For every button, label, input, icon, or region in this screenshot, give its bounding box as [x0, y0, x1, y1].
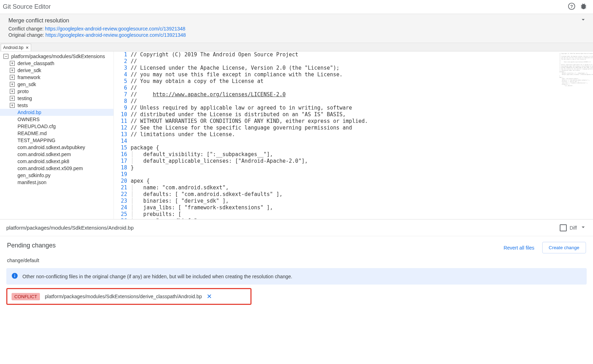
merge-conflict-heading: Merge conflict resolution [8, 18, 585, 24]
tree-folder[interactable]: +proto [0, 88, 113, 95]
code-area[interactable]: // Copyright (C) 2019 The Android Open S… [131, 51, 558, 219]
plus-icon: + [10, 82, 15, 87]
create-change-button[interactable]: Create change [542, 242, 586, 253]
page-title: Git Source Editor [3, 3, 51, 10]
pathbar: platform/packages/modules/SdkExtensions/… [0, 219, 593, 236]
help-icon[interactable]: ? [568, 2, 575, 11]
original-change-label: Original change: [8, 32, 46, 38]
pending-heading: Pending changes [7, 242, 56, 249]
tree-folder[interactable]: +derive_classpath [0, 60, 113, 67]
minimap[interactable]: // Copyright (C) 2019 The Android Open S… [558, 51, 593, 219]
tree-file[interactable]: com.android.sdkext.x509.pem [0, 165, 113, 172]
tab-label: Android.bp [3, 45, 23, 50]
minus-icon: − [4, 54, 8, 59]
close-icon[interactable]: ✕ [207, 293, 212, 300]
conflict-row: CONFLICT platform/packages/modules/SdkEx… [6, 288, 251, 305]
svg-rect-3 [14, 275, 15, 277]
conflict-path[interactable]: platform/packages/modules/SdkExtensions/… [45, 294, 202, 299]
plus-icon: + [10, 68, 15, 73]
info-text: Other non-conflicting files in the origi… [22, 274, 292, 279]
diff-checkbox[interactable] [560, 224, 567, 231]
code-editor[interactable]: 1234567891011121314151617181920212223242… [114, 51, 593, 219]
info-banner: Other non-conflicting files in the origi… [6, 268, 587, 285]
info-icon [11, 272, 22, 280]
conflict-change-link[interactable]: https://googleplex-android-review.google… [45, 26, 185, 31]
tree-folder[interactable]: +tests [0, 102, 113, 109]
tree-file[interactable]: PREUPLOAD.cfg [0, 123, 113, 130]
plus-icon: + [10, 96, 15, 101]
file-path: platform/packages/modules/SdkExtensions/… [6, 225, 134, 231]
gutter: 1234567891011121314151617181920212223242… [114, 51, 131, 219]
svg-text:?: ? [570, 4, 573, 9]
tree-file[interactable]: gen_sdkinfo.py [0, 172, 113, 179]
svg-rect-4 [14, 274, 15, 275]
tree-file[interactable]: com.android.sdkext.avbpubkey [0, 144, 113, 151]
tree-file[interactable]: OWNERS [0, 116, 113, 123]
tree-file[interactable]: TEST_MAPPING [0, 137, 113, 144]
conflict-change-label: Conflict change: [8, 26, 45, 31]
revert-all-button[interactable]: Revert all files [504, 245, 535, 251]
tab-android-bp[interactable]: Android.bp ✕ [1, 44, 31, 51]
merge-conflict-panel: Merge conflict resolution Conflict chang… [0, 14, 593, 43]
plus-icon: + [10, 61, 15, 66]
main-pane: − platform/packages/modules/SdkExtension… [0, 51, 593, 219]
branch-name: change/default [0, 256, 593, 268]
tree-folder[interactable]: +testing [0, 95, 113, 102]
file-tree[interactable]: − platform/packages/modules/SdkExtension… [0, 51, 114, 219]
plus-icon: + [10, 103, 15, 108]
tree-root[interactable]: − platform/packages/modules/SdkExtension… [0, 53, 113, 60]
close-icon[interactable]: ✕ [26, 46, 29, 50]
tree-folder[interactable]: +framework [0, 74, 113, 81]
plus-icon: + [10, 89, 15, 94]
plus-icon: + [10, 75, 15, 80]
header: Git Source Editor ? [0, 0, 593, 14]
diff-label: Diff [570, 225, 577, 231]
tree-file[interactable]: Android.bp [0, 109, 113, 116]
bug-icon[interactable] [580, 2, 587, 11]
tabbar: Android.bp ✕ [0, 43, 593, 51]
collapse-icon[interactable] [580, 16, 587, 24]
chevron-down-icon[interactable] [580, 224, 587, 232]
conflict-badge: CONFLICT [12, 293, 40, 300]
pending-changes: Pending changes Revert all files Create … [0, 236, 593, 256]
tree-file[interactable]: README.md [0, 130, 113, 137]
original-change-link[interactable]: https://googleplex-android-review.google… [46, 32, 186, 38]
tree-file[interactable]: manifest.json [0, 179, 113, 186]
tree-folder[interactable]: +derive_sdk [0, 67, 113, 74]
tree-file[interactable]: com.android.sdkext.pem [0, 151, 113, 158]
tree-file[interactable]: com.android.sdkext.pk8 [0, 158, 113, 165]
tree-folder[interactable]: +gen_sdk [0, 81, 113, 88]
